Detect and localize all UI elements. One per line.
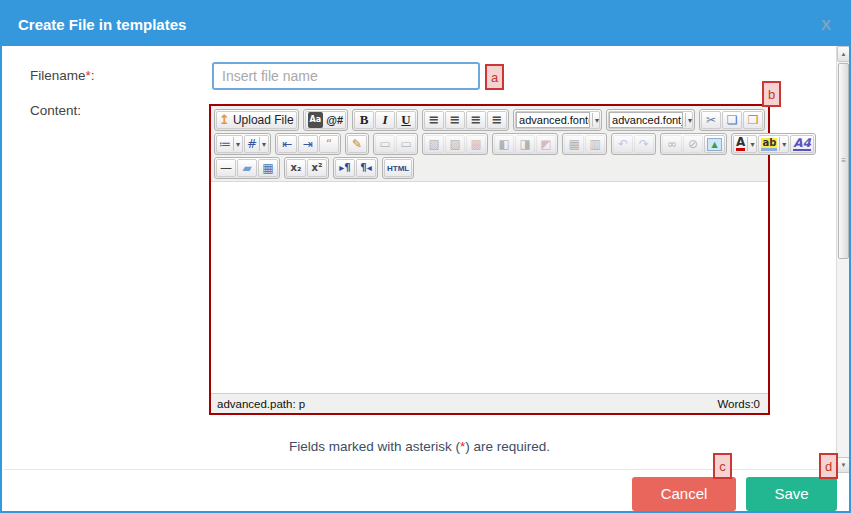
align-left-button[interactable]: ≡	[424, 111, 444, 129]
font-size-select-label: advanced.font_size	[609, 112, 683, 128]
edit-content-button[interactable]: ✎	[347, 135, 367, 153]
cut-button-icon: ✂	[706, 113, 716, 127]
rtl-button[interactable]: ¶◂	[356, 159, 376, 177]
horizontal-rule-button-icon: —	[220, 161, 232, 175]
backcolor-button[interactable]: ab▾	[758, 135, 789, 153]
vertical-scrollbar-track[interactable]: ▲ ≡ ▼	[836, 46, 850, 473]
style-props-button[interactable]: A4	[790, 135, 814, 153]
copy-button[interactable]: ❏	[722, 111, 742, 129]
scroll-down-button[interactable]: ▼	[837, 457, 850, 473]
align-justify-button[interactable]: ≡	[487, 111, 507, 129]
font-size-select-dropdown-arrow-icon[interactable]: ▾	[685, 113, 692, 127]
dialog-title: Create File in templates	[18, 16, 186, 33]
edit-content-button-icon: ✎	[352, 137, 362, 151]
remove-format-button[interactable]: ▰	[237, 159, 257, 177]
forecolor-button[interactable]: A▾	[733, 135, 757, 153]
toolbar-group: Aa@#	[303, 109, 348, 131]
toolbar-group: advanced.font_size▾	[606, 109, 695, 131]
toolbar-group: ↶↷	[611, 133, 656, 155]
delete-row-button: ▩	[466, 135, 486, 153]
toolbar-group: ↥Upload File	[214, 109, 299, 131]
numbered-list-button-dropdown-arrow-icon[interactable]: ▾	[259, 137, 266, 151]
align-right-button-icon: ≡	[471, 113, 482, 127]
scroll-thumb[interactable]: ≡	[838, 63, 849, 259]
font-family-select-label: advanced.fontdefault	[516, 112, 590, 128]
superscript-button[interactable]: x²	[307, 159, 327, 177]
undo-button-icon: ↶	[618, 137, 628, 151]
align-right-button[interactable]: ≡	[466, 111, 486, 129]
undo-button: ↶	[613, 135, 633, 153]
italic-button[interactable]: I	[375, 111, 395, 129]
delete-col-button-icon: ◩	[540, 137, 551, 151]
horizontal-rule-button[interactable]: —	[216, 159, 236, 177]
annotation-marker-c: c	[713, 453, 732, 479]
ltr-button[interactable]: ▸¶	[335, 159, 355, 177]
token-button-icon: Aa	[308, 112, 324, 128]
upload-file-button-label: Upload File	[233, 113, 294, 127]
backcolor-button-icon: ab	[761, 138, 777, 151]
insert-col-before-button: ◧	[494, 135, 514, 153]
underline-button[interactable]: U	[396, 111, 416, 129]
merge-cells-button: ▭	[375, 135, 395, 153]
redo-button: ↷	[634, 135, 654, 153]
italic-button-icon: I	[383, 113, 388, 127]
blockquote-button-icon: “	[326, 137, 332, 151]
insert-row-after-button: ▨	[445, 135, 465, 153]
editor-statusbar: advanced.path: p Words:0	[211, 393, 768, 413]
filename-input[interactable]	[212, 62, 480, 90]
table-props-button-icon: ▥	[589, 137, 600, 151]
align-center-button-icon: ≡	[450, 113, 461, 127]
toolbar-group: ▭▭	[373, 133, 418, 155]
toolbar-group: advanced.fontdefault▾	[513, 109, 602, 131]
annotation-marker-b: b	[762, 81, 781, 107]
numbered-list-button[interactable]: #▾	[244, 135, 269, 153]
scroll-up-button[interactable]: ▲	[837, 46, 850, 62]
token-button[interactable]: Aa@#	[305, 111, 346, 129]
bold-button[interactable]: B	[354, 111, 374, 129]
indent-button-icon: ⇥	[303, 137, 313, 151]
save-button[interactable]: Save	[746, 477, 837, 511]
cut-button[interactable]: ✂	[701, 111, 721, 129]
subscript-button[interactable]: x₂	[286, 159, 306, 177]
font-size-select[interactable]: advanced.font_size▾	[608, 111, 693, 129]
html-source-button-label: HTML	[387, 164, 409, 173]
outdent-button-icon: ⇤	[282, 137, 292, 151]
numbered-list-button-icon: #	[247, 137, 257, 151]
html-source-button[interactable]: HTML	[384, 159, 412, 177]
indent-button[interactable]: ⇥	[298, 135, 318, 153]
toolbar-group: ▦▥	[562, 133, 607, 155]
paste-button[interactable]: ❒	[743, 111, 763, 129]
toolbar-group: ⇤⇥“	[275, 133, 341, 155]
font-family-select[interactable]: advanced.fontdefault▾	[515, 111, 600, 129]
backcolor-button-dropdown-arrow-icon[interactable]: ▾	[779, 137, 786, 151]
outdent-button[interactable]: ⇤	[277, 135, 297, 153]
bullet-list-button[interactable]: ≔▾	[216, 135, 243, 153]
blockquote-button[interactable]: “	[319, 135, 339, 153]
scroll-down-icon: ▼	[841, 462, 847, 468]
toolbar-group: ▧▨▩	[422, 133, 488, 155]
required-fields-note: Fields marked with asterisk (*) are requ…	[2, 439, 837, 454]
editor-content-area[interactable]	[211, 182, 768, 393]
font-family-select-dropdown-arrow-icon[interactable]: ▾	[592, 113, 599, 127]
upload-file-button[interactable]: ↥Upload File	[216, 111, 297, 129]
paste-button-icon: ❒	[748, 113, 759, 127]
link-button-icon: ∞	[667, 137, 677, 151]
insert-image-button[interactable]: ▲	[704, 135, 725, 153]
toolbar-group: A▾ab▾A4	[731, 133, 816, 155]
upload-file-button-icon: ↥	[219, 113, 230, 127]
cancel-button[interactable]: Cancel	[632, 477, 736, 511]
forecolor-button-dropdown-arrow-icon[interactable]: ▾	[747, 137, 754, 151]
toolbar-group: ∞⊘▲	[660, 133, 727, 155]
bullet-list-button-dropdown-arrow-icon[interactable]: ▾	[233, 137, 240, 151]
redo-button-icon: ↷	[639, 137, 649, 151]
rich-text-editor: ↥Upload FileAa@#BIU≡≡≡≡advanced.fontdefa…	[209, 104, 770, 415]
insert-row-after-button-icon: ▨	[449, 137, 460, 151]
align-center-button[interactable]: ≡	[445, 111, 465, 129]
visual-aid-button[interactable]: ▦	[258, 159, 278, 177]
toolbar-group: ≡≡≡≡	[422, 109, 509, 131]
ltr-button-icon: ▸¶	[339, 161, 350, 175]
insert-col-after-button: ◨	[515, 135, 535, 153]
close-icon[interactable]: X	[821, 16, 831, 33]
copy-button-icon: ❏	[727, 113, 738, 127]
align-justify-button-icon: ≡	[492, 113, 503, 127]
